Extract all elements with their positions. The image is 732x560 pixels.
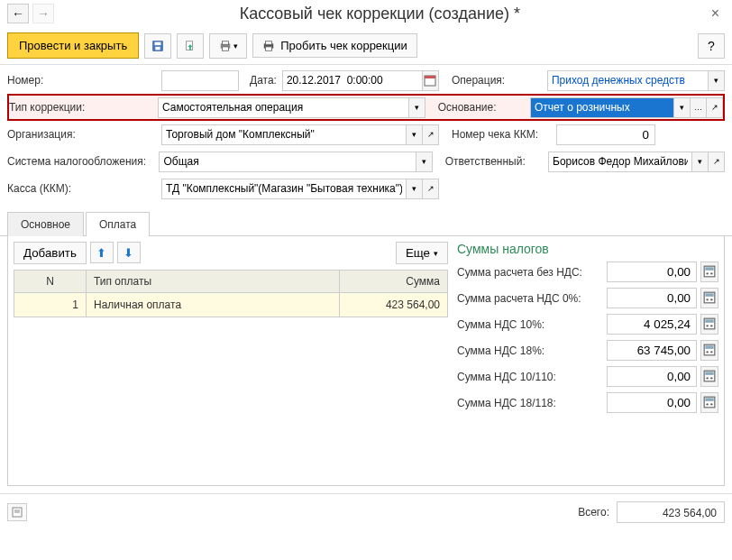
svg-point-26 bbox=[707, 351, 709, 353]
kassa-open[interactable]: ↗ bbox=[423, 179, 439, 199]
tax-row: Сумма НДС 18%: bbox=[457, 340, 718, 361]
number-input[interactable] bbox=[161, 70, 239, 91]
svg-point-23 bbox=[710, 325, 712, 326]
footer-icon-button[interactable] bbox=[7, 503, 27, 521]
col-sum[interactable]: Сумма bbox=[340, 271, 448, 293]
calculator-button[interactable] bbox=[700, 262, 718, 282]
basis-ellipsis[interactable]: … bbox=[691, 97, 707, 118]
basis-input[interactable] bbox=[530, 97, 674, 118]
operation-input[interactable] bbox=[547, 70, 709, 91]
svg-rect-21 bbox=[705, 319, 713, 323]
tab-main[interactable]: Основное bbox=[7, 212, 84, 236]
svg-point-22 bbox=[707, 325, 709, 326]
operation-label: Операция: bbox=[452, 72, 542, 88]
basis-label: Основание: bbox=[438, 99, 525, 115]
kkm-check-input[interactable] bbox=[556, 124, 655, 145]
cell-type: Наличная оплата bbox=[87, 293, 340, 317]
correction-type-input[interactable] bbox=[158, 97, 409, 118]
svg-rect-1 bbox=[155, 41, 161, 45]
svg-point-27 bbox=[710, 351, 712, 353]
tax-input[interactable] bbox=[607, 288, 697, 308]
svg-rect-33 bbox=[705, 398, 713, 401]
org-label: Организация: bbox=[7, 126, 156, 142]
org-dropdown[interactable]: ▾ bbox=[407, 124, 423, 145]
taxes-title: Суммы налогов bbox=[457, 242, 718, 256]
help-button[interactable]: ? bbox=[698, 33, 725, 59]
svg-rect-5 bbox=[222, 41, 228, 44]
move-up-button[interactable]: ⬆ bbox=[90, 242, 114, 263]
tax-system-input[interactable] bbox=[159, 151, 416, 172]
calculator-button[interactable] bbox=[700, 366, 718, 387]
save-button[interactable] bbox=[144, 33, 171, 59]
tax-input[interactable] bbox=[607, 366, 697, 387]
org-open[interactable]: ↗ bbox=[423, 124, 439, 145]
total-value: 423 564,00 bbox=[617, 501, 725, 523]
total-label: Всего: bbox=[578, 506, 609, 519]
tax-system-label: Система налогообложения: bbox=[7, 153, 153, 170]
correction-type-label: Тип коррекции: bbox=[9, 99, 152, 115]
basis-open[interactable]: ↗ bbox=[707, 97, 723, 118]
basis-dropdown[interactable]: ▾ bbox=[674, 97, 691, 118]
tax-row: Сумма НДС 10/110: bbox=[457, 366, 718, 387]
tax-input[interactable] bbox=[607, 340, 697, 361]
svg-rect-9 bbox=[266, 46, 272, 50]
calculator-button[interactable] bbox=[700, 392, 718, 413]
move-down-button[interactable]: ⬇ bbox=[117, 242, 141, 263]
svg-rect-8 bbox=[266, 41, 272, 44]
svg-rect-29 bbox=[705, 372, 713, 375]
correction-type-dropdown[interactable]: ▾ bbox=[409, 97, 425, 118]
kassa-input[interactable] bbox=[161, 179, 407, 199]
table-row[interactable]: 1 Наличная оплата 423 564,00 bbox=[14, 293, 448, 317]
close-icon[interactable]: × bbox=[706, 5, 725, 22]
date-input[interactable] bbox=[282, 70, 423, 91]
nav-back-button[interactable]: ← bbox=[7, 4, 29, 23]
col-type[interactable]: Тип оплаты bbox=[87, 271, 340, 293]
operation-dropdown[interactable]: ▾ bbox=[709, 70, 725, 91]
tax-system-dropdown[interactable]: ▾ bbox=[416, 151, 433, 172]
responsible-label: Ответственный: bbox=[445, 153, 543, 170]
more-button[interactable]: Еще ▾ bbox=[396, 242, 448, 264]
svg-rect-11 bbox=[425, 76, 435, 78]
calculator-button[interactable] bbox=[700, 314, 718, 335]
svg-rect-17 bbox=[705, 293, 713, 297]
calculator-button[interactable] bbox=[700, 340, 718, 361]
kassa-label: Касса (ККМ): bbox=[7, 180, 156, 197]
calendar-button[interactable] bbox=[423, 70, 439, 91]
tax-input[interactable] bbox=[607, 314, 697, 335]
calculator-icon bbox=[703, 396, 716, 409]
tax-row: Сумма НДС 18/118: bbox=[457, 392, 718, 413]
svg-point-34 bbox=[707, 403, 709, 405]
print-correction-button[interactable]: Пробить чек коррекции bbox=[252, 33, 417, 58]
tax-input[interactable] bbox=[607, 262, 697, 282]
print-correction-label: Пробить чек коррекции bbox=[280, 39, 407, 52]
tax-input[interactable] bbox=[607, 392, 697, 413]
responsible-dropdown[interactable]: ▾ bbox=[692, 151, 709, 172]
responsible-input[interactable] bbox=[548, 151, 692, 172]
tab-payment[interactable]: Оплата bbox=[86, 212, 150, 236]
nav-forward-button[interactable]: → bbox=[32, 4, 54, 23]
submit-button[interactable] bbox=[177, 33, 204, 59]
calendar-icon bbox=[424, 74, 436, 87]
print-dropdown-button[interactable]: ▾ bbox=[209, 33, 247, 59]
printer-icon bbox=[262, 40, 275, 52]
calculator-button[interactable] bbox=[700, 288, 718, 308]
calculator-icon bbox=[703, 265, 716, 278]
add-button[interactable]: Добавить bbox=[14, 242, 87, 264]
responsible-open[interactable]: ↗ bbox=[709, 151, 725, 172]
page-title: Кассовый чек коррекции (создание) * bbox=[58, 5, 702, 23]
svg-rect-13 bbox=[705, 267, 713, 271]
tax-label: Сумма расчета без НДС: bbox=[457, 266, 603, 279]
svg-point-14 bbox=[707, 272, 709, 274]
svg-point-30 bbox=[707, 377, 709, 379]
org-input[interactable] bbox=[161, 124, 407, 145]
tax-label: Сумма НДС 10/110: bbox=[457, 371, 603, 383]
col-n[interactable]: N bbox=[14, 271, 87, 293]
svg-point-19 bbox=[710, 298, 712, 300]
svg-rect-2 bbox=[156, 46, 160, 50]
calculator-icon bbox=[703, 344, 716, 356]
floppy-icon bbox=[151, 40, 164, 52]
svg-point-35 bbox=[710, 403, 712, 405]
kassa-dropdown[interactable]: ▾ bbox=[407, 179, 423, 199]
number-label: Номер: bbox=[7, 72, 156, 88]
submit-close-button[interactable]: Провести и закрыть bbox=[7, 32, 139, 59]
